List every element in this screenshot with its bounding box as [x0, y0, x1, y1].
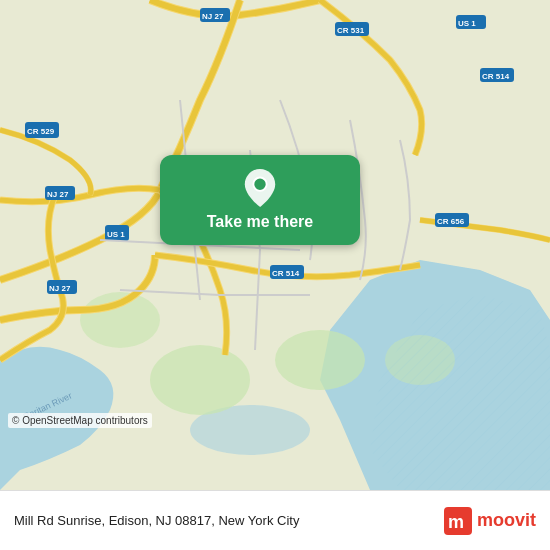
svg-text:NJ 27: NJ 27: [202, 12, 224, 21]
svg-text:US 1: US 1: [107, 230, 125, 239]
moovit-logo-icon: m: [444, 507, 472, 535]
take-me-there-button[interactable]: Take me there: [160, 155, 360, 245]
address-text: Mill Rd Sunrise, Edison, NJ 08817, New Y…: [14, 513, 444, 528]
map-attribution: © OpenStreetMap contributors: [8, 413, 152, 428]
moovit-logo: m moovit: [444, 507, 536, 535]
svg-point-4: [275, 330, 365, 390]
svg-text:m: m: [448, 512, 464, 532]
svg-text:CR 529: CR 529: [27, 127, 55, 136]
svg-point-3: [150, 345, 250, 415]
svg-text:CR 656: CR 656: [437, 217, 465, 226]
attribution-text: © OpenStreetMap contributors: [12, 415, 148, 426]
svg-text:CR 514: CR 514: [482, 72, 510, 81]
bottom-bar: Mill Rd Sunrise, Edison, NJ 08817, New Y…: [0, 490, 550, 550]
take-me-there-label: Take me there: [207, 213, 313, 231]
svg-text:CR 531: CR 531: [337, 26, 365, 35]
svg-point-31: [253, 178, 266, 191]
location-pin-icon: [244, 169, 276, 207]
map-container: I 287 CR 529 NJ 27: [0, 0, 550, 490]
svg-text:NJ 27: NJ 27: [49, 284, 71, 293]
svg-text:US 1: US 1: [458, 19, 476, 28]
svg-text:CR 514: CR 514: [272, 269, 300, 278]
svg-text:NJ 27: NJ 27: [47, 190, 69, 199]
moovit-name-label: moovit: [477, 510, 536, 531]
